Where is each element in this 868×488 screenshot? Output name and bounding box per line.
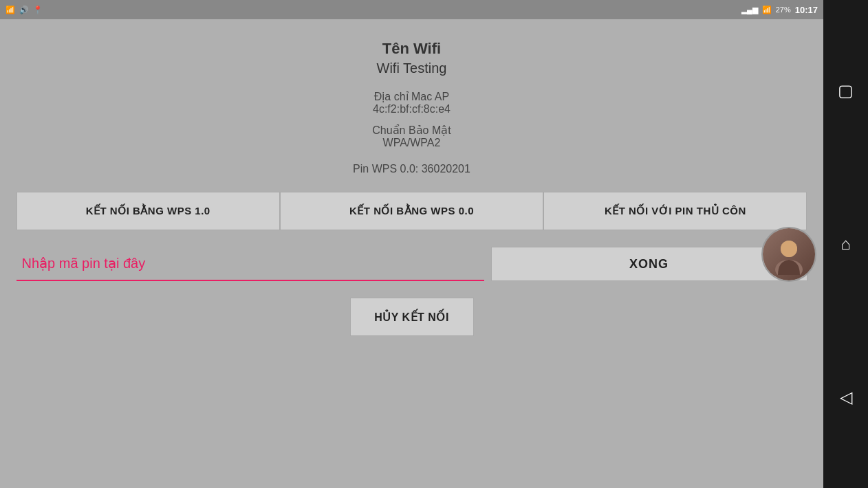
wps1-button[interactable]: KẾT NỐI BẰNG WPS 1.0 — [17, 192, 280, 230]
location-icon: 📍 — [33, 5, 43, 14]
status-time: 10:17 — [795, 5, 818, 15]
wifi-name-value: Wifi Testing — [377, 60, 447, 76]
signal-icon: ▂▄▆ — [741, 5, 758, 14]
back-icon[interactable]: ◁ — [832, 379, 860, 415]
nav-bar: ▢ ⌂ ◁ — [823, 0, 868, 488]
status-bar-right: ▂▄▆ 📶 27% 10:17 — [741, 5, 818, 15]
mac-value: 4c:f2:bf:cf:8c:e4 — [373, 103, 451, 115]
avatar — [761, 227, 816, 282]
done-button[interactable]: XONG — [491, 247, 807, 281]
pin-input[interactable] — [17, 247, 484, 281]
manual-pin-button[interactable]: KẾT NỐI VỚI PIN THỦ CÔN — [543, 192, 807, 230]
recent-apps-icon[interactable]: ▢ — [829, 73, 862, 109]
security-value: WPA/WPA2 — [372, 137, 451, 149]
svg-point-2 — [781, 241, 797, 257]
buttons-row: KẾT NỐI BẰNG WPS 1.0 KẾT NỐI BẰNG WPS 0.… — [17, 192, 807, 230]
phone-screen: 📶 🔊 📍 ▂▄▆ 📶 27% 10:17 Tên Wifi Wifi Test… — [0, 0, 823, 488]
cancel-button[interactable]: HỦY KẾT NỐI — [350, 298, 474, 336]
home-icon[interactable]: ⌂ — [832, 226, 859, 262]
sim-icon: 📶 — [762, 5, 772, 14]
battery-text: 27% — [776, 5, 791, 14]
pin-wps-text: Pin WPS 0.0: 36020201 — [353, 163, 470, 175]
status-bar: 📶 🔊 📍 ▂▄▆ 📶 27% 10:17 — [0, 0, 823, 19]
wifi-icon: 📶 — [6, 5, 15, 14]
status-bar-left: 📶 🔊 📍 — [6, 5, 43, 14]
security-label: Chuẩn Bảo Mật — [372, 124, 451, 137]
main-content: Tên Wifi Wifi Testing Địa chỉ Mac AP 4c:… — [0, 19, 823, 488]
pin-row: XONG — [17, 247, 807, 281]
wifi-name-label: Tên Wifi — [382, 40, 441, 58]
security-section: Chuẩn Bảo Mật WPA/WPA2 — [372, 124, 451, 149]
pin-wps-section: Pin WPS 0.0: 36020201 — [353, 163, 470, 175]
avatar-image — [763, 228, 815, 280]
mac-label: Địa chỉ Mac AP — [373, 90, 451, 103]
volume-icon: 🔊 — [19, 5, 29, 14]
wps0-button[interactable]: KẾT NỐI BẰNG WPS 0.0 — [280, 192, 543, 230]
mac-section: Địa chỉ Mac AP 4c:f2:bf:cf:8c:e4 — [373, 90, 451, 115]
